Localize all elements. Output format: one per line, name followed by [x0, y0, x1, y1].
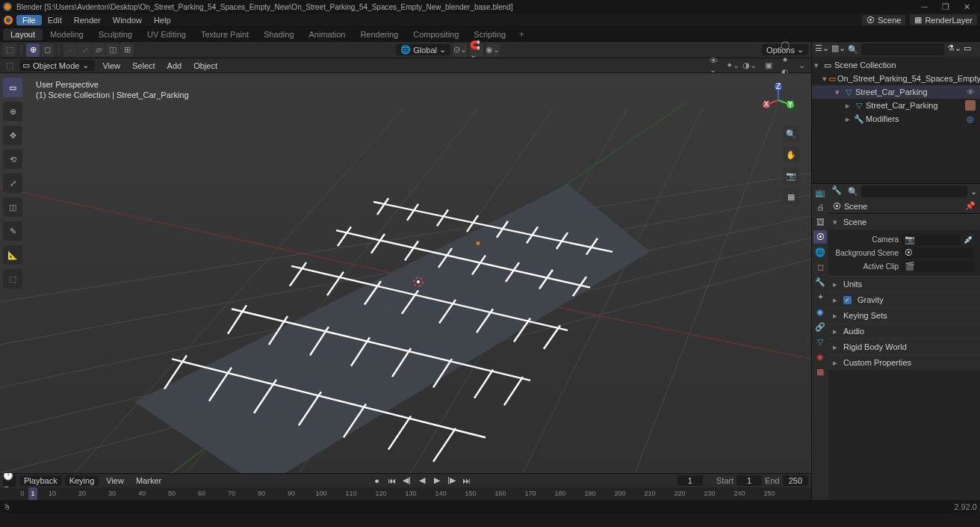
- jump-start-icon[interactable]: ⏮: [386, 475, 398, 487]
- menu-render[interactable]: Render: [68, 15, 107, 25]
- prop-tab-data[interactable]: ▽: [813, 335, 827, 348]
- select-box-icon[interactable]: ◻: [40, 43, 54, 57]
- props-editor-icon[interactable]: 🔧⌄: [831, 185, 845, 197]
- prop-tab-particles[interactable]: ✦: [813, 290, 827, 303]
- maximize-button[interactable]: ❐: [935, 0, 956, 13]
- prop-tab-physics[interactable]: ◉: [813, 305, 827, 318]
- autokey-toggle[interactable]: ●: [371, 475, 383, 487]
- camera-field[interactable]: 📷: [902, 234, 961, 245]
- select-tool[interactable]: ▭: [3, 78, 22, 97]
- prop-tab-render[interactable]: 📺: [813, 185, 827, 199]
- keyframe-prev-icon[interactable]: ◀|: [401, 475, 413, 487]
- prop-tab-output[interactable]: 🖨: [813, 200, 827, 214]
- prop-tab-constraints[interactable]: 🔗: [813, 320, 827, 333]
- timeline-keying-menu[interactable]: Keying: [65, 475, 99, 486]
- jump-end-icon[interactable]: ⏭: [461, 475, 473, 487]
- snap-edge-icon[interactable]: ⟋: [78, 43, 91, 57]
- menu-edit[interactable]: Edit: [42, 15, 68, 25]
- workspace-shading[interactable]: Shading: [256, 28, 301, 40]
- prop-tab-scene[interactable]: ⦿: [813, 230, 827, 244]
- transform-orientation[interactable]: 🌐 Global ⌄: [396, 44, 450, 55]
- add-menu[interactable]: Add: [163, 61, 187, 71]
- timeline-view-menu[interactable]: View: [102, 475, 128, 486]
- pivot-dropdown[interactable]: ⊙⌄: [453, 43, 467, 57]
- transform-tool[interactable]: ◫: [3, 197, 22, 217]
- object-menu[interactable]: Object: [189, 61, 222, 71]
- end-frame[interactable]: 250: [783, 475, 808, 486]
- snap-increment-icon[interactable]: ⊞: [120, 43, 134, 57]
- outliner-item[interactable]: ▸▽ Street_Car_Parking: [812, 99, 980, 112]
- workspace-animation[interactable]: Animation: [302, 28, 353, 40]
- workspace-texture[interactable]: Texture Paint: [193, 28, 256, 40]
- snap-face-icon[interactable]: ▱: [92, 43, 105, 57]
- persp-ortho-icon[interactable]: ▦: [783, 188, 799, 205]
- workspace-modeling[interactable]: Modeling: [43, 28, 91, 40]
- current-frame[interactable]: 1: [677, 475, 703, 486]
- pan-icon[interactable]: ✋: [783, 147, 799, 163]
- prop-tab-modifier[interactable]: 🔧: [813, 275, 827, 289]
- outliner-item[interactable]: ▾▭ On_Street_Parking_54_Spaces_Empty_New…: [812, 72, 980, 85]
- timeline-cursor[interactable]: 1: [28, 487, 37, 501]
- panel-custom[interactable]: ▸Custom Properties: [828, 355, 980, 370]
- material-icon[interactable]: [965, 100, 976, 111]
- xray-toggle[interactable]: ▣: [762, 59, 775, 73]
- timeline-marker-menu[interactable]: Marker: [131, 475, 166, 486]
- snap-toggle[interactable]: 🧲⌄: [470, 43, 483, 57]
- prop-tab-world[interactable]: 🌐: [813, 245, 827, 259]
- close-button[interactable]: ✕: [956, 0, 977, 13]
- snap-vertex-icon[interactable]: ∙: [63, 43, 77, 57]
- new-collection-icon[interactable]: ▭: [964, 43, 977, 55]
- play-icon[interactable]: ▶: [431, 475, 443, 487]
- breadcrumb-scene[interactable]: Scene: [844, 202, 867, 211]
- workspace-compositing[interactable]: Compositing: [406, 28, 466, 40]
- outliner-item[interactable]: ▸🔧 Modifiers ◎: [812, 112, 980, 126]
- eyedropper-icon[interactable]: 💉: [964, 235, 974, 244]
- pin-icon[interactable]: 📌: [965, 201, 976, 211]
- gizmo-toggle[interactable]: ✦⌄: [726, 59, 739, 73]
- select-menu[interactable]: Select: [128, 61, 160, 71]
- cursor-tool[interactable]: ⊕: [3, 102, 22, 121]
- overlay-toggle[interactable]: ◑⌄: [742, 59, 756, 73]
- bgscene-field[interactable]: ⦿: [902, 247, 974, 259]
- camera-view-icon[interactable]: 📷: [783, 167, 799, 184]
- shading-dropdown[interactable]: ⌄: [795, 59, 808, 73]
- workspace-scripting[interactable]: Scripting: [466, 28, 513, 40]
- clip-field[interactable]: 🎬: [902, 261, 974, 272]
- eye-icon[interactable]: 👁: [967, 87, 977, 96]
- start-frame[interactable]: 1: [736, 475, 762, 486]
- timeline-playback-menu[interactable]: Playback: [19, 475, 62, 486]
- prop-tab-texture[interactable]: ▦: [813, 365, 827, 378]
- workspace-rendering[interactable]: Rendering: [353, 28, 406, 40]
- visibility-dropdown[interactable]: 👁⌄: [710, 59, 723, 73]
- annotate-tool[interactable]: ✎: [3, 221, 22, 241]
- scale-tool[interactable]: ⤢: [3, 173, 22, 193]
- workspace-layout[interactable]: Layout: [3, 28, 43, 40]
- shading-solid[interactable]: ●: [778, 52, 792, 66]
- minimize-button[interactable]: ─: [914, 0, 935, 13]
- mode-selector[interactable]: ▭ Object Mode ⌄: [19, 60, 95, 71]
- timeline-editor-icon[interactable]: 🕐⌄: [3, 475, 16, 487]
- panel-keying[interactable]: ▸Keying Sets: [828, 308, 980, 323]
- scene-selector[interactable]: ⦿ Scene: [862, 15, 905, 25]
- prop-tab-object[interactable]: ◻: [813, 260, 827, 274]
- rotate-tool[interactable]: ⟲: [3, 150, 22, 169]
- filter-icon[interactable]: ⚗⌄: [947, 43, 961, 55]
- panel-units[interactable]: ▸Units: [828, 277, 980, 292]
- measure-tool[interactable]: 📐: [3, 245, 22, 265]
- view-menu[interactable]: View: [98, 61, 125, 71]
- outliner-item[interactable]: ▾▽ Street_Car_Parking 👁: [812, 85, 980, 99]
- prop-tab-viewlayer[interactable]: 🖼: [813, 215, 827, 229]
- prop-tab-material[interactable]: ◉: [813, 350, 827, 363]
- outliner-display-mode[interactable]: ▥⌄: [831, 43, 845, 55]
- panel-gravity[interactable]: ▸✓Gravity: [828, 292, 980, 307]
- cursor-tool-icon[interactable]: ⊕: [26, 43, 40, 57]
- editor-type-3dview[interactable]: ⬚: [3, 43, 16, 57]
- nav-gizmo[interactable]: X Y Z: [757, 79, 799, 121]
- shading-wireframe[interactable]: ◯: [778, 39, 792, 52]
- gravity-checkbox[interactable]: ✓: [843, 296, 852, 304]
- menu-file[interactable]: File: [16, 15, 42, 25]
- blender-icon[interactable]: [3, 15, 13, 25]
- panel-rigid[interactable]: ▸Rigid Body World: [828, 339, 980, 354]
- menu-help[interactable]: Help: [148, 15, 177, 25]
- editor-type[interactable]: ⬚: [3, 59, 16, 73]
